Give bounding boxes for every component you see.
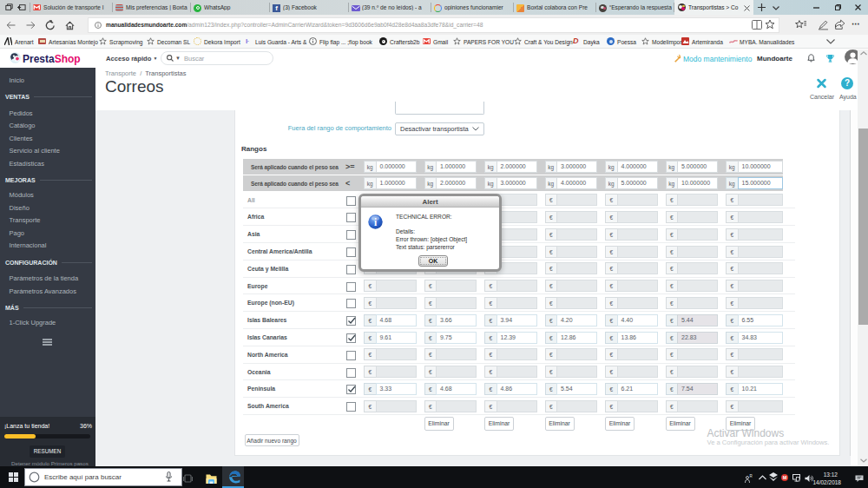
svg-text:R: R — [750, 474, 753, 478]
